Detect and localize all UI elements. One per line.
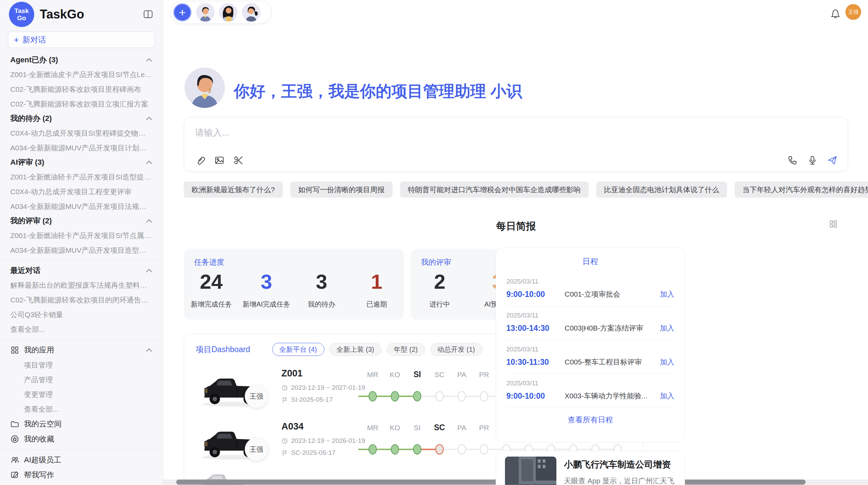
svg-text:SI: SI [414,424,421,432]
add-agent-button[interactable]: + [173,3,192,22]
write-icon [10,471,19,480]
app-item-project[interactable]: 项目管理 [0,358,163,372]
tool-creative-draw[interactable]: 创意制图 [0,483,163,485]
scissors-icon[interactable] [233,155,244,165]
grid-icon [10,346,19,355]
attachment-icon[interactable] [195,155,205,165]
news-card[interactable]: 小鹏飞行汽车制造公司增资 天眼查 App 显示，近日广州汇天飞行汽... [496,451,685,485]
sidebar-item[interactable]: C0X4-动力总成开发项目SI里程碑提交物检查 [0,126,163,140]
app-item-product[interactable]: 产品管理 [0,372,163,387]
agent-avatar-1[interactable] [196,3,215,22]
stat-ai-done: 3 新增AI完成任务 [239,269,294,309]
project-owner-badge: 王强 [245,438,268,461]
star-badge-icon [10,435,19,444]
my-cloud-space[interactable]: 我的云空间 [0,416,163,432]
user-avatar[interactable]: 王强 [845,4,861,20]
filter-pill-yeartype[interactable]: 年型 (2) [387,343,425,356]
join-button[interactable]: 加入 [660,289,674,299]
plus-icon: + [14,35,19,45]
chevron-up-icon[interactable] [146,160,153,164]
section-my-review[interactable]: 我的评审 (2) [0,214,163,228]
schedule-card: 日程 2025/03/11 9:00-10:00 C001-立项审批会 加入 2… [496,248,685,443]
suggestion-chip[interactable]: 比亚迪全固态电池计划具体说了什么 [596,182,727,198]
section-ai-review[interactable]: AI评审 (3) [0,155,163,170]
event-time: 10:30-11:30 [506,358,565,367]
recent-chat-item[interactable]: 解释最新出台的欧盟报废车法规再生塑料比例被调至15%... [0,278,163,293]
greeting-text: 你好，王强，我是你的项目管理助理 小识 [234,81,522,102]
suggestion-chip[interactable]: 如何写一份清晰的项目周报 [290,182,393,198]
project-flag: SI-2025-05-17 [291,396,333,403]
sidebar-item[interactable]: A034-全新新能源MUV产品开发项目计划变更表编写 [0,140,163,155]
schedule-event: 2025/03/11 9:00-10:00 X003-车辆动力学性能验... 加… [506,374,674,408]
clock-icon [281,385,288,391]
folder-icon [10,420,19,428]
section-my-todo[interactable]: 我的待办 (2) [0,111,163,126]
chevron-up-icon[interactable] [146,348,153,352]
new-chat-button[interactable]: + 新对话 [8,32,155,48]
suggestion-chips: 欧洲新规最近颁布了什么? 如何写一份清晰的项目周报 特朗普可能对进口汽车增税会对… [184,182,868,198]
tool-ai-employee[interactable]: AI超级员工 [0,452,163,468]
phone-icon[interactable] [787,155,798,165]
my-apps-header[interactable]: 我的应用 [0,343,163,358]
agent-avatar-3[interactable] [242,3,261,22]
chevron-up-icon[interactable] [146,58,153,62]
send-icon[interactable] [827,155,837,165]
app-item-change[interactable]: 变更管理 [0,387,163,402]
svg-text:SC: SC [434,423,445,432]
section-agent-done[interactable]: Agent已办 (3) [0,53,163,67]
schedule-event: 2025/03/11 9:00-10:00 C001-立项审批会 加入 [506,272,674,306]
event-time: 13:00-14:30 [506,324,565,333]
dashboard-title: 项目Dashboard [196,344,250,355]
project-owner-badge: 王强 [245,385,268,408]
image-icon[interactable] [214,155,225,165]
suggestion-chip[interactable]: 当下年轻人对汽车外观有怎样的喜好趋势 [735,182,868,198]
event-time: 9:00-10:00 [506,290,565,299]
svg-text:PR: PR [479,424,489,432]
notification-bell-icon[interactable] [830,8,841,18]
sidebar-item[interactable]: Z001-全新燃油皮卡产品开发项目SI节点Lesson Learn报告 [0,67,163,82]
view-all-schedule-link[interactable]: 查看所有日程 [506,415,674,425]
section-recent-chats[interactable]: 最近对话 [0,263,163,278]
stat-new-done: 24 新增完成任务 [184,269,239,309]
view-all-chats[interactable]: 查看全部... [0,322,163,337]
sidebar-item[interactable]: A034-全新新能源MUV产品开发项目法规符合性评审 [0,199,163,214]
join-button[interactable]: 加入 [660,357,674,367]
schedule-event: 2025/03/11 13:00-14:30 C003|H0B-方案冻结评审 加… [506,306,674,340]
tool-write-helper[interactable]: 帮我写作 [0,468,163,483]
chat-input[interactable] [195,127,606,149]
divider [0,339,163,340]
event-time: 9:00-10:00 [506,391,565,401]
filter-pill-platform[interactable]: 全新平台 (4) [272,343,324,356]
chevron-up-icon[interactable] [146,116,153,121]
sidebar-item[interactable]: Z001-全新燃油轻卡产品开发项目SI节点属性5D文件评审 [0,228,163,243]
join-button[interactable]: 加入 [660,391,674,401]
chevron-up-icon[interactable] [146,219,153,223]
my-favorites[interactable]: 我的收藏 [0,432,163,447]
join-button[interactable]: 加入 [660,323,674,333]
view-all-apps[interactable]: 查看全部... [0,402,163,416]
stat-overdue: 1 已逾期 [349,269,404,309]
suggestion-chip[interactable]: 欧洲新规最近颁布了什么? [184,182,283,198]
filter-pill-powertrain[interactable]: 动总开发 (1) [430,343,482,356]
sidebar-item[interactable]: C02-飞腾新能源轻客改款项目立项汇报方案 [0,97,163,111]
layout-grid-icon[interactable] [829,220,838,228]
svg-text:SI: SI [413,370,421,379]
microphone-icon[interactable] [807,155,818,165]
suggestion-chip[interactable]: 特朗普可能对进口汽车增税会对中国车企造成哪些影响 [400,182,589,198]
app-window: Task Go TaskGo + 新对话 Agent已办 (3) Z001-全新… [0,0,868,485]
sidebar-item[interactable]: C0X4-动力总成开发项目工程变更评审 [0,184,163,199]
agent-avatar-2[interactable] [219,3,238,22]
svg-text:PA: PA [457,371,466,378]
divider [0,449,163,450]
recent-chat-item[interactable]: C02-飞腾新能源轻客改款项目的闭环通告反馈情况 [0,293,163,307]
project-code: Z001 [281,368,303,379]
horizontal-scrollbar-thumb[interactable] [176,480,806,485]
sidebar-item[interactable]: A034-全新新能源MUV产品开发项目造型可行性评审 [0,243,163,258]
recent-chat-item[interactable]: 公司Q3轻卡销量 [0,307,163,322]
filter-pill-upfit[interactable]: 全新上装 (3) [329,343,382,356]
sidebar-item[interactable]: C02-飞腾新能源轻客改款项目里程碑画布 [0,82,163,97]
sidebar-item[interactable]: Z001-全新燃油轻卡产品开发项目SI造型提交物评审 [0,170,163,184]
collapse-sidebar-icon[interactable] [143,9,153,20]
svg-text:PA: PA [457,424,466,432]
chevron-up-icon[interactable] [146,269,153,273]
